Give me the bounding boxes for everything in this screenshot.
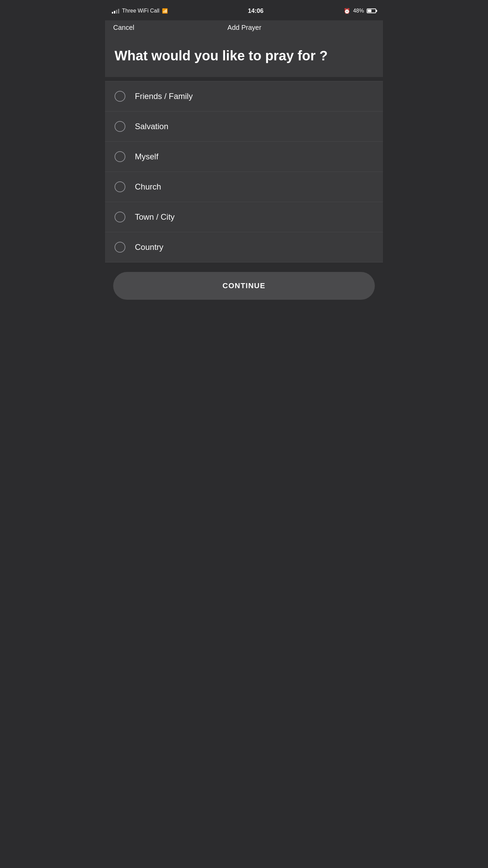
nav-bar: Cancel Add Prayer [105, 20, 383, 37]
option-label-friends-family: Friends / Family [135, 92, 193, 101]
battery-icon [367, 8, 376, 13]
option-salvation[interactable]: Salvation [105, 112, 383, 142]
question-text: What would you like to pray for ? [115, 48, 373, 63]
option-label-salvation: Salvation [135, 122, 168, 131]
signal-icon [112, 8, 119, 14]
option-friends-family[interactable]: Friends / Family [105, 81, 383, 112]
nav-title: Add Prayer [227, 24, 261, 32]
radio-myself[interactable] [115, 151, 125, 162]
option-myself[interactable]: Myself [105, 142, 383, 172]
status-time: 14:06 [248, 7, 264, 15]
continue-section: CONTINUE [105, 262, 383, 313]
wifi-icon: 📶 [162, 8, 168, 14]
status-right: ⏰ 48% [344, 8, 376, 14]
option-label-myself: Myself [135, 152, 158, 161]
battery-percent: 48% [353, 8, 364, 14]
status-bar: Three WiFi Call 📶 14:06 ⏰ 48% [105, 0, 383, 20]
option-country[interactable]: Country [105, 232, 383, 262]
option-label-town-city: Town / City [135, 212, 175, 222]
radio-country[interactable] [115, 242, 125, 253]
status-left: Three WiFi Call 📶 [112, 8, 168, 14]
alarm-icon: ⏰ [344, 8, 350, 14]
options-list: Friends / Family Salvation Myself Church… [105, 81, 383, 262]
radio-town-city[interactable] [115, 212, 125, 222]
radio-salvation[interactable] [115, 121, 125, 132]
radio-church[interactable] [115, 181, 125, 192]
option-label-church: Church [135, 182, 161, 192]
question-section: What would you like to pray for ? [105, 37, 383, 77]
option-label-country: Country [135, 242, 163, 252]
radio-friends-family[interactable] [115, 91, 125, 102]
cancel-button[interactable]: Cancel [113, 24, 134, 32]
carrier-label: Three WiFi Call [122, 8, 159, 14]
continue-button[interactable]: CONTINUE [113, 272, 375, 300]
option-church[interactable]: Church [105, 172, 383, 202]
option-town-city[interactable]: Town / City [105, 202, 383, 232]
